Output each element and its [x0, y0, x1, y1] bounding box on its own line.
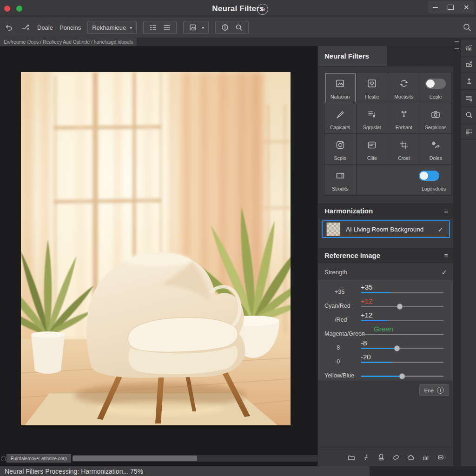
- filter-label: Sqrpslat: [363, 125, 381, 130]
- filter-sqrpslat[interactable]: Sqrpslat: [357, 103, 389, 134]
- toolbar-dropdown[interactable]: Rekhamieue: [87, 21, 137, 34]
- check-icon: [441, 269, 447, 276]
- slider-handle[interactable]: [394, 345, 400, 351]
- folder-icon[interactable]: [347, 453, 356, 462]
- refresh-icon: [399, 79, 409, 89]
- close-icon[interactable]: [461, 2, 471, 13]
- shuffle-icon[interactable]: [20, 22, 31, 33]
- histogram-icon[interactable]: [461, 40, 476, 56]
- levels-icon[interactable]: [461, 56, 476, 73]
- cloud-icon[interactable]: [406, 453, 416, 462]
- slider-value: +12: [361, 298, 443, 304]
- filter-strodits[interactable]: Strodits: [324, 165, 357, 195]
- camera-icon: [430, 109, 441, 119]
- menu-icon[interactable]: [162, 22, 172, 33]
- image-icon: [188, 22, 198, 33]
- slider-fill: [361, 292, 390, 293]
- grid-list-icon[interactable]: [148, 22, 158, 33]
- right-tool-strip: [461, 40, 476, 466]
- filter-ciite[interactable]: Ciite: [357, 134, 389, 165]
- slider-label: Magenta/Green: [324, 325, 361, 339]
- contrast-icon[interactable]: [220, 22, 230, 33]
- breadcrumb[interactable]: Ewfreame /Jops / Realieey Aad Catinde / …: [0, 38, 137, 46]
- toolbar-dropdown-label: Rekhamieue: [92, 24, 126, 31]
- scrollbar-thumb[interactable]: [73, 456, 197, 461]
- filter-eeple[interactable]: Eeple: [420, 73, 452, 103]
- apply-button[interactable]: Ene: [419, 384, 449, 396]
- columns-icon[interactable]: [421, 453, 430, 462]
- file-label-chip[interactable]: Fuirdalemoye: etihdlre.corp: [7, 454, 71, 463]
- filter-logoridous[interactable]: Logoridous: [357, 165, 452, 195]
- slider-value: +35: [361, 284, 443, 291]
- slider-value: -20: [361, 353, 443, 360]
- filter-label: Flestle: [365, 94, 379, 99]
- lasso-icon[interactable]: [391, 453, 401, 462]
- slider-value: -8: [361, 339, 443, 346]
- circle-arrow-icon: [437, 387, 444, 394]
- slider-label: -8: [324, 339, 361, 353]
- minimize-icon[interactable]: [430, 2, 441, 13]
- slider-handle[interactable]: [399, 373, 405, 379]
- filter-natacion[interactable]: Natacion: [324, 73, 357, 103]
- filter-serpkions[interactable]: Serpkions: [420, 103, 452, 134]
- slider-yellow-blue: Yellow/Blue: [318, 367, 454, 381]
- list-settings-icon[interactable]: [461, 90, 476, 106]
- toolbar-button-doale[interactable]: Doale: [37, 24, 53, 31]
- document-canvas[interactable]: [21, 72, 291, 425]
- section-menu-icon[interactable]: [444, 207, 448, 214]
- filter-croet[interactable]: Croet: [388, 134, 420, 165]
- zoom-icon[interactable]: [461, 106, 476, 123]
- maximize-icon[interactable]: [446, 2, 456, 13]
- script-icon: [367, 109, 377, 119]
- filter-capicaits[interactable]: Capicaits: [324, 103, 357, 134]
- check-icon: [437, 226, 443, 233]
- panel-scrollbar[interactable]: [453, 40, 461, 466]
- canvas-area: Fuirdalemoye: etihdlre.corp: [0, 46, 317, 466]
- filter-doles[interactable]: Doles: [420, 134, 452, 165]
- slider-value: Green: [361, 325, 443, 332]
- undo-icon[interactable]: [4, 22, 14, 33]
- slider-track[interactable]: [361, 334, 443, 335]
- scrollbar-track[interactable]: [73, 455, 317, 462]
- slider-track[interactable]: [361, 306, 443, 307]
- toggle-on[interactable]: [419, 171, 439, 181]
- slider-neg20: -0 -20: [318, 353, 454, 367]
- toggle-off[interactable]: [425, 79, 446, 89]
- slider-group: +35 +35 Cyan/Red +12 /Red: [318, 280, 454, 386]
- filter-scplo[interactable]: Scplo: [324, 134, 357, 165]
- search-icon[interactable]: [234, 22, 244, 33]
- filter-flestle[interactable]: Flestle: [357, 73, 389, 103]
- hook-icon[interactable]: [362, 453, 371, 462]
- stamp-icon[interactable]: [377, 453, 386, 462]
- filter-moctisits[interactable]: Moctisits: [388, 73, 420, 103]
- slider-track[interactable]: [361, 348, 443, 349]
- chip-icon[interactable]: [436, 453, 445, 462]
- section-menu-icon[interactable]: [444, 252, 448, 259]
- selected-background-item[interactable]: AI Living Room Background: [322, 220, 450, 238]
- filter-forhant[interactable]: Forhant: [388, 103, 420, 134]
- window-title: Neural Filters: [0, 4, 476, 13]
- item-thumbnail: [326, 222, 340, 236]
- status-message: Neural Filters Processing: Harmonization…: [0, 466, 370, 476]
- slider-fill: [361, 348, 397, 349]
- canvas-corner-icon[interactable]: [0, 456, 7, 461]
- strength-row: Strength: [318, 265, 454, 279]
- slider-track[interactable]: [361, 362, 443, 363]
- slider-strength: +35 +35: [318, 284, 454, 298]
- apply-button-label: Ene: [424, 388, 434, 393]
- filter-label: Forhant: [396, 125, 412, 130]
- badge-heart-icon: [367, 79, 377, 89]
- search-icon[interactable]: [462, 22, 472, 33]
- slider-red: /Red +12: [318, 311, 454, 325]
- slider-track[interactable]: [361, 320, 443, 321]
- slider-track[interactable]: [361, 292, 443, 293]
- tab-neural-filters[interactable]: Neural Filters: [318, 46, 387, 66]
- slider-handle[interactable]: [397, 304, 403, 310]
- crop-icon: [399, 140, 409, 150]
- move-icon[interactable]: [461, 73, 476, 90]
- filter-label: Serpkions: [425, 125, 447, 130]
- toolbar-button-poncins[interactable]: Poncins: [60, 24, 81, 31]
- layers-icon[interactable]: [461, 123, 476, 140]
- slider-track[interactable]: [361, 376, 443, 377]
- image-mode-group[interactable]: [183, 21, 209, 34]
